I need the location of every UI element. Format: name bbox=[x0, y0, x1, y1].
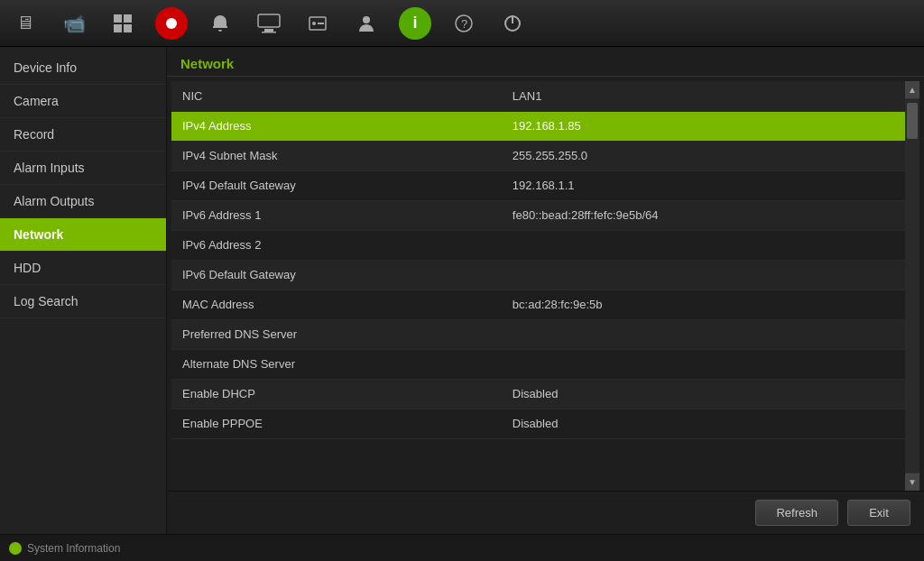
camera-icon[interactable]: 📹 bbox=[58, 7, 90, 40]
table-row[interactable]: IPv4 Subnet Mask255.255.255.0 bbox=[171, 141, 905, 170]
table-row[interactable]: Enable DHCPDisabled bbox=[171, 379, 905, 409]
table-row[interactable]: Alternate DNS Server bbox=[171, 349, 905, 379]
svg-point-4 bbox=[166, 18, 177, 29]
svg-rect-7 bbox=[262, 32, 276, 33]
table-cell-field: IPv6 Default Gateway bbox=[171, 260, 502, 290]
button-area: Refresh Exit bbox=[167, 491, 924, 534]
svg-text:?: ? bbox=[461, 17, 467, 31]
table-cell-field: MAC Address bbox=[171, 290, 502, 319]
table-cell-value bbox=[502, 230, 905, 260]
sidebar-item-camera[interactable]: Camera bbox=[0, 85, 166, 118]
sidebar-item-alarm-inputs[interactable]: Alarm Inputs bbox=[0, 152, 166, 185]
table-cell-value: Disabled bbox=[502, 379, 905, 409]
content-area: Network NICLAN1IPv4 Address192.168.1.85I… bbox=[167, 47, 924, 491]
scroll-up-button[interactable]: ▲ bbox=[905, 81, 919, 99]
status-label: System Information bbox=[27, 542, 120, 555]
table-cell-field: Alternate DNS Server bbox=[171, 349, 502, 379]
network-table-wrapper: NICLAN1IPv4 Address192.168.1.85IPv4 Subn… bbox=[171, 81, 919, 491]
table-row[interactable]: IPv6 Address 2 bbox=[171, 230, 905, 260]
table-cell-value: LAN1 bbox=[502, 81, 905, 111]
table-cell-field: IPv6 Address 2 bbox=[171, 230, 502, 260]
table-row[interactable]: IPv4 Address192.168.1.85 bbox=[171, 111, 905, 141]
svg-rect-6 bbox=[264, 29, 273, 32]
sidebar-item-hdd[interactable]: HDD bbox=[0, 252, 166, 285]
sidebar-item-alarm-outputs[interactable]: Alarm Outputs bbox=[0, 185, 166, 218]
table-cell-value: 255.255.255.0 bbox=[502, 141, 905, 170]
status-info: System Information bbox=[9, 542, 120, 555]
table-cell-value: 192.168.1.85 bbox=[502, 111, 905, 141]
table-row[interactable]: MAC Addressbc:ad:28:fc:9e:5b bbox=[171, 290, 905, 319]
network-top-icon[interactable] bbox=[253, 7, 285, 40]
scrollbar-thumb[interactable] bbox=[907, 103, 918, 139]
table-cell-field: Enable DHCP bbox=[171, 379, 502, 409]
status-indicator bbox=[9, 542, 22, 555]
svg-point-9 bbox=[312, 22, 316, 25]
main-layout: Device Info Camera Record Alarm Inputs A… bbox=[0, 47, 924, 534]
right-panel: Network NICLAN1IPv4 Address192.168.1.85I… bbox=[167, 47, 924, 534]
table-cell-value bbox=[502, 260, 905, 290]
bell-icon[interactable] bbox=[204, 7, 236, 40]
svg-point-11 bbox=[363, 16, 370, 23]
table-cell-field: NIC bbox=[171, 81, 502, 111]
table-cell-value: bc:ad:28:fc:9e:5b bbox=[502, 290, 905, 319]
exit-button[interactable]: Exit bbox=[847, 500, 910, 526]
sidebar-item-log-search[interactable]: Log Search bbox=[0, 285, 166, 318]
sidebar-item-record[interactable]: Record bbox=[0, 118, 166, 152]
table-row[interactable]: IPv6 Address 1fe80::bead:28ff:fefc:9e5b/… bbox=[171, 200, 905, 230]
page-title: Network bbox=[180, 56, 234, 71]
sidebar: Device Info Camera Record Alarm Inputs A… bbox=[0, 47, 167, 534]
power-icon[interactable] bbox=[496, 7, 529, 40]
table-cell-field: IPv4 Default Gateway bbox=[171, 170, 502, 200]
scroll-down-button[interactable]: ▼ bbox=[905, 473, 919, 491]
grid-icon[interactable] bbox=[106, 7, 139, 40]
storage-icon[interactable] bbox=[301, 7, 334, 40]
table-cell-value: Disabled bbox=[502, 409, 905, 438]
user-icon[interactable] bbox=[350, 7, 383, 40]
sidebar-item-device-info[interactable]: Device Info bbox=[0, 51, 166, 85]
svg-rect-2 bbox=[114, 24, 122, 32]
status-bar: System Information bbox=[0, 534, 924, 561]
table-cell-value bbox=[502, 319, 905, 349]
table-cell-field: IPv6 Address 1 bbox=[171, 200, 502, 230]
svg-rect-0 bbox=[114, 14, 122, 23]
table-row[interactable]: IPv4 Default Gateway192.168.1.1 bbox=[171, 170, 905, 200]
top-navigation-bar: 🖥 📹 i ? bbox=[0, 0, 924, 47]
table-cell-field: Preferred DNS Server bbox=[171, 319, 502, 349]
record-button-icon[interactable] bbox=[155, 7, 188, 40]
table-cell-field: IPv4 Address bbox=[171, 111, 502, 141]
monitor-icon[interactable]: 🖥 bbox=[9, 7, 42, 40]
svg-rect-10 bbox=[318, 23, 324, 24]
table-row[interactable]: IPv6 Default Gateway bbox=[171, 260, 905, 290]
network-info-table: NICLAN1IPv4 Address192.168.1.85IPv4 Subn… bbox=[171, 81, 905, 439]
table-cell-value bbox=[502, 349, 905, 379]
svg-rect-3 bbox=[124, 24, 132, 32]
table-row[interactable]: Preferred DNS Server bbox=[171, 319, 905, 349]
content-header: Network bbox=[167, 47, 924, 77]
info-icon[interactable]: i bbox=[399, 7, 431, 40]
table-cell-value: 192.168.1.1 bbox=[502, 170, 905, 200]
refresh-button[interactable]: Refresh bbox=[755, 500, 838, 526]
table-row[interactable]: NICLAN1 bbox=[171, 81, 905, 111]
table-row[interactable]: Enable PPPOEDisabled bbox=[171, 409, 905, 438]
table-cell-field: IPv4 Subnet Mask bbox=[171, 141, 502, 170]
scrollbar-track[interactable]: ▲ ▼ bbox=[905, 81, 919, 491]
svg-rect-1 bbox=[124, 14, 132, 23]
help-icon[interactable]: ? bbox=[448, 7, 480, 40]
table-cell-value: fe80::bead:28ff:fefc:9e5b/64 bbox=[502, 200, 905, 230]
table-cell-field: Enable PPPOE bbox=[171, 409, 502, 438]
sidebar-item-network[interactable]: Network bbox=[0, 218, 166, 252]
svg-rect-5 bbox=[258, 14, 280, 27]
